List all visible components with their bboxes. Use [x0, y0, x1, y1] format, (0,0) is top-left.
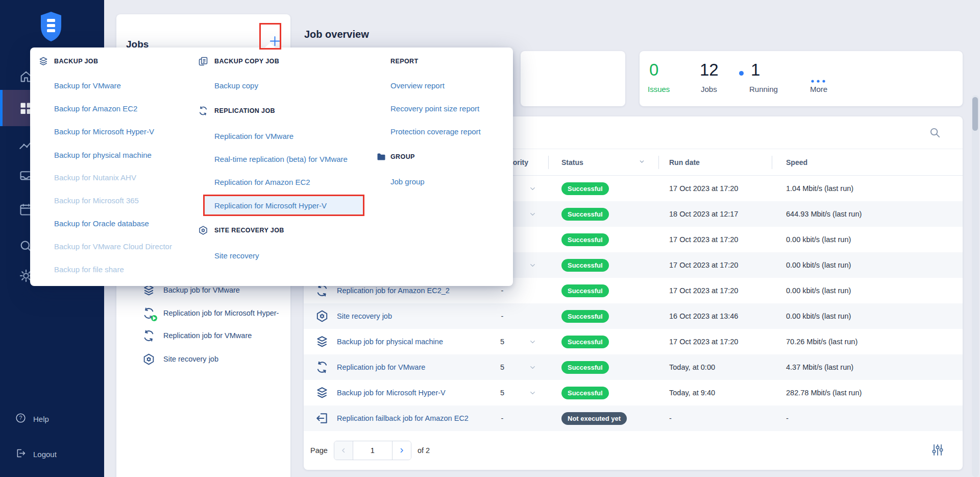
search-icon[interactable] — [929, 127, 941, 138]
previous-page-button[interactable] — [334, 441, 353, 460]
menu-item[interactable]: Backup for Nutanix AHV — [54, 172, 136, 183]
menu-item[interactable]: Backup copy — [214, 80, 258, 91]
menu-item[interactable]: Backup for Microsoft Hyper-V — [54, 126, 154, 137]
menu-item[interactable]: Overview report — [390, 80, 445, 91]
row-expander-chevron-down-icon[interactable] — [517, 364, 548, 371]
menu-item[interactable]: Backup for Oracle database — [54, 218, 149, 229]
menu-item[interactable]: Replication for VMware — [214, 131, 293, 142]
menu-item-highlighted[interactable]: Replication for Microsoft Hyper-V — [203, 195, 364, 216]
backup-icon — [315, 335, 329, 348]
menu-item[interactable]: Backup for Microsoft 365 — [54, 195, 139, 206]
table-footer: Page 1 of 2 — [304, 431, 963, 469]
jobs-panel-item-label: Backup job for VMware — [163, 286, 240, 294]
cell-speed: 0.00 kbit/s (last run) — [772, 261, 963, 269]
menu-item[interactable]: Backup for physical machine — [54, 150, 152, 161]
menu-item[interactable]: Real-time replication (beta) for VMware — [214, 154, 348, 165]
running-play-badge — [151, 315, 157, 321]
replication-icon — [142, 307, 155, 320]
jobs-panel-item-label: Replication job for Microsoft Hyper- — [163, 309, 279, 317]
summary-card-empty — [521, 51, 625, 106]
menu-item[interactable]: Backup for Amazon EC2 — [54, 103, 137, 114]
next-page-button[interactable] — [393, 441, 411, 460]
job-name-link[interactable]: Replication failback job for Amazon EC2 — [337, 414, 488, 422]
menu-section-title: GROUP — [390, 151, 415, 162]
cell-job-name: Site recovery job- — [304, 309, 548, 323]
backup-icon — [38, 56, 48, 66]
cell-speed: 282.78 Mbit/s (last run) — [772, 389, 963, 397]
cell-status: Not executed yet — [548, 412, 658, 425]
backup-icon — [315, 386, 329, 399]
folder-icon — [376, 152, 386, 162]
cell-job-name: Backup job for Microsoft Hyper-V5 — [304, 386, 548, 399]
cell-speed: 4.37 Mbit/s (last run) — [772, 363, 963, 371]
menu-section-title: BACKUP COPY JOB — [214, 56, 279, 67]
cell-status: Successful — [548, 208, 658, 221]
menu-item[interactable]: Backup for VMware — [54, 80, 121, 91]
row-expander-chevron-down-icon[interactable] — [517, 338, 548, 346]
menu-item[interactable]: Recovery point size report — [390, 103, 479, 114]
cell-priority: 5 — [488, 389, 517, 397]
scrollbar-thumb[interactable] — [972, 97, 978, 131]
job-name-link[interactable]: Backup job for physical machine — [337, 338, 488, 346]
cell-job-name: Backup job for physical machine5 — [304, 335, 548, 348]
menu-item[interactable]: Protection coverage report — [390, 126, 481, 137]
menu-item[interactable]: Backup for file share — [54, 264, 124, 275]
status-filter-chevron-down-icon[interactable] — [639, 158, 645, 166]
cell-run-date: 17 Oct 2023 at 17:20 — [658, 184, 772, 193]
job-name-link[interactable]: Replication job for Amazon EC2_2 — [337, 287, 488, 295]
cell-speed: 0.00 kbit/s (last run) — [772, 287, 963, 295]
table-row: Backup job for physical machine5Successf… — [304, 329, 963, 354]
sidebar-item-logout[interactable]: Logout — [15, 448, 57, 460]
status-badge: Successful — [561, 233, 609, 246]
cell-status: Successful — [548, 361, 658, 374]
cell-status: Successful — [548, 182, 658, 195]
site-recovery-icon — [315, 309, 329, 323]
page-number-input[interactable]: 1 — [353, 441, 393, 460]
scrollbar-track[interactable] — [972, 95, 979, 477]
app-logo-shield-icon — [40, 11, 62, 42]
menu-item[interactable]: Replication for Amazon EC2 — [214, 177, 310, 188]
page-total-label: of 2 — [418, 446, 430, 455]
row-expander-chevron-down-icon[interactable] — [517, 261, 548, 269]
menu-item[interactable]: Job group — [390, 176, 425, 187]
menu-item[interactable]: Site recovery — [214, 250, 259, 261]
menu-item[interactable]: Backup for VMware Cloud Director — [54, 241, 172, 252]
failback-icon — [315, 412, 329, 425]
cell-speed: 70.26 Mbit/s (last run) — [772, 338, 963, 346]
status-badge: Successful — [561, 310, 609, 323]
column-header-run-date[interactable]: Run date — [658, 149, 772, 175]
jobs-panel-item-label: Site recovery job — [163, 355, 218, 363]
column-header-speed[interactable]: Speed — [772, 149, 963, 175]
job-name-link[interactable]: Backup job for Microsoft Hyper-V — [337, 389, 488, 397]
logout-icon — [15, 448, 26, 460]
stats-card: 0Issues12Jobs1RunningMore — [640, 51, 963, 106]
jobs-panel-item[interactable]: Site recovery job — [142, 351, 218, 367]
row-expander-chevron-down-icon[interactable] — [517, 185, 548, 193]
jobs-panel-item[interactable]: Replication job for VMware — [142, 328, 252, 343]
job-name-link[interactable]: Site recovery job — [337, 312, 488, 320]
row-expander-chevron-down-icon[interactable] — [517, 210, 548, 218]
cell-job-name: Replication job for VMware5 — [304, 361, 548, 374]
cell-status: Successful — [548, 259, 658, 272]
menu-section-title: REPLICATION JOB — [214, 105, 275, 116]
table-settings-sliders-icon[interactable] — [931, 443, 944, 457]
cell-priority: - — [488, 287, 517, 295]
status-badge: Successful — [561, 182, 609, 195]
cell-speed: 0.00 kbit/s (last run) — [772, 312, 963, 320]
cell-speed: 1.04 Mbit/s (last run) — [772, 184, 963, 193]
status-badge: Not executed yet — [561, 412, 627, 425]
site-recovery-icon — [142, 353, 155, 366]
stat-label-more[interactable]: More — [810, 85, 827, 93]
table-row: Replication failback job for Amazon EC2-… — [304, 406, 963, 431]
sidebar-item-help[interactable]: ? Help — [15, 413, 49, 425]
job-name-link[interactable]: Replication job for VMware — [337, 363, 488, 371]
column-header-status[interactable]: Status — [548, 149, 658, 175]
add-job-dropdown-menu: BACKUP JOBBackup for VMwareBackup for Am… — [30, 47, 513, 286]
replication-icon — [198, 106, 208, 116]
cell-status: Successful — [548, 233, 658, 246]
page-label: Page — [310, 446, 328, 455]
row-expander-chevron-down-icon[interactable] — [517, 389, 548, 397]
status-badge: Successful — [561, 361, 609, 374]
jobs-panel-item[interactable]: Replication job for Microsoft Hyper- — [142, 305, 279, 321]
cell-speed: - — [772, 414, 963, 422]
